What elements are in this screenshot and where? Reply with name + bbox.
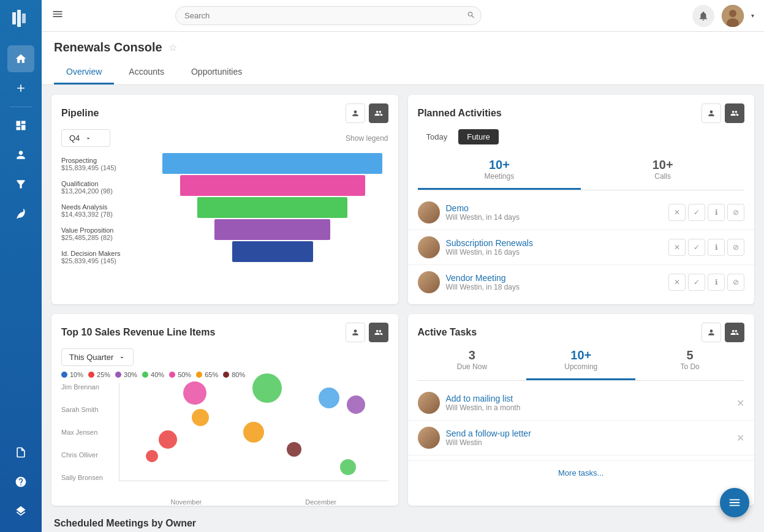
task-sub-followup: Will Westin — [446, 438, 731, 447]
show-legend-link[interactable]: Show legend — [346, 134, 388, 143]
top10-header: Top 10 Sales Revenue Line Items — [51, 314, 398, 348]
activity-ctrl-stop-sub[interactable]: ⊘ — [727, 239, 744, 256]
pipeline-quarter-value: Q4 — [69, 133, 80, 143]
top10-person-btn[interactable] — [346, 323, 365, 342]
activity-name-vendor[interactable]: Vendor Meeting — [446, 273, 663, 283]
fab-button[interactable] — [720, 488, 749, 517]
more-tasks-anchor[interactable]: More tasks... — [558, 468, 603, 478]
activity-ctrl-stop-demo[interactable]: ⊘ — [727, 204, 744, 221]
activity-name-demo[interactable]: Demo — [446, 203, 663, 213]
task-item-followup: Send a follow-up letter Will Westin ✕ — [408, 421, 755, 455]
content-area: Renewals Console ☆ Overview Accounts Opp… — [42, 32, 764, 532]
x-label-nov: November — [171, 498, 202, 506]
sidebar-item-documents[interactable] — [7, 439, 34, 466]
sidebar-item-filter[interactable] — [7, 171, 34, 198]
tasks-group-btn[interactable] — [725, 323, 744, 342]
activity-ctrl-stop-vendor[interactable]: ⊘ — [727, 274, 744, 291]
sidebar-item-contacts[interactable] — [7, 141, 34, 168]
planned-tab-today[interactable]: Today — [418, 129, 456, 144]
bubble-chart: Jim Brennan Sarah Smith Max Jensen Chris… — [51, 383, 398, 506]
task-name-mailing[interactable]: Add to mailing list — [446, 394, 731, 403]
legend-25pct: 25% — [88, 371, 110, 378]
task-ctrl-followup[interactable]: ✕ — [736, 432, 744, 444]
activity-ctrl-check-sub[interactable]: ✓ — [688, 239, 705, 256]
notification-button[interactable] — [692, 5, 714, 27]
tab-overview[interactable]: Overview — [54, 62, 114, 84]
pipeline-title: Pipeline — [61, 108, 99, 119]
planned-tabs: Today Future — [408, 129, 755, 152]
legend-30pct: 30% — [115, 371, 137, 378]
sidebar-item-layers[interactable] — [7, 498, 34, 525]
task-name-followup[interactable]: Send a follow-up letter — [446, 429, 731, 438]
funnel-bar-qualification — [157, 175, 388, 196]
activity-avatar-demo — [418, 201, 440, 223]
hamburger-menu-icon[interactable] — [51, 8, 64, 23]
top10-group-btn[interactable] — [369, 323, 388, 342]
activity-controls-vendor: ✕ ✓ ℹ ⊘ — [668, 274, 744, 291]
planned-person-btn[interactable] — [702, 103, 721, 123]
activity-ctrl-x-demo[interactable]: ✕ — [668, 204, 686, 221]
tab-opportunities[interactable]: Opportunities — [179, 62, 254, 84]
tasks-title: Active Tasks — [418, 327, 477, 338]
activity-ctrl-info-sub[interactable]: ℹ — [708, 239, 725, 256]
planned-stat-meetings[interactable]: 10+ Meetings — [418, 152, 581, 190]
page-tabs: Overview Accounts Opportunities — [54, 62, 752, 84]
funnel-chart — [157, 153, 388, 268]
bubble-1 — [183, 381, 206, 405]
sidebar-item-dashboard[interactable] — [7, 112, 34, 139]
activity-ctrl-info-vendor[interactable]: ℹ — [708, 274, 725, 291]
tasks-stat-upcoming[interactable]: 10+ Upcoming — [526, 342, 635, 380]
funnel-bar-prospecting — [157, 153, 388, 174]
pipeline-person-btn[interactable] — [346, 103, 365, 123]
legend-65pct: 65% — [196, 371, 218, 378]
tasks-due-number: 3 — [418, 348, 527, 362]
activity-info-vendor: Vendor Meeting Will Westin, in 18 days — [446, 273, 663, 291]
more-tasks-link[interactable]: More tasks... — [408, 460, 755, 484]
tab-accounts[interactable]: Accounts — [116, 62, 176, 84]
sidebar-item-home[interactable] — [7, 45, 34, 72]
sidebar-item-add[interactable] — [7, 75, 34, 102]
tasks-stat-due-now[interactable]: 3 Due Now — [418, 342, 527, 380]
svg-rect-1 — [17, 10, 21, 27]
tasks-upcoming-label: Upcoming — [526, 362, 635, 371]
bubble-9 — [146, 450, 158, 462]
y-label-4: Chris Olliver — [61, 451, 103, 459]
activity-ctrl-check-vendor[interactable]: ✓ — [688, 274, 705, 291]
tasks-stat-todo[interactable]: 5 To Do — [635, 342, 744, 380]
tasks-actions — [702, 323, 744, 342]
tasks-person-btn[interactable] — [702, 323, 721, 342]
task-info-followup: Send a follow-up letter Will Westin — [446, 429, 731, 447]
avatar-image — [722, 5, 744, 27]
planned-group-btn[interactable] — [725, 103, 744, 123]
sidebar-item-plant[interactable] — [7, 200, 34, 227]
task-ctrl-mailing[interactable]: ✕ — [736, 397, 744, 409]
search-bar — [175, 6, 482, 25]
pipeline-group-btn[interactable] — [369, 103, 388, 123]
avatar[interactable] — [722, 5, 744, 27]
pipeline-card-actions — [346, 103, 388, 123]
activity-sub-subscription: Will Westin, in 16 days — [446, 248, 663, 257]
activity-ctrl-info-demo[interactable]: ℹ — [708, 204, 725, 221]
favorite-star-icon[interactable]: ☆ — [168, 42, 177, 53]
planned-tab-future[interactable]: Future — [458, 129, 499, 144]
activity-name-subscription[interactable]: Subscription Renewals — [446, 238, 663, 248]
bubble-2 — [252, 373, 282, 403]
activity-ctrl-x-sub[interactable]: ✕ — [668, 239, 686, 256]
activity-ctrl-x-vendor[interactable]: ✕ — [668, 274, 686, 291]
y-label-2: Sarah Smith — [61, 406, 103, 413]
dashboard-grid: Pipeline Q4 Show lege — [42, 85, 764, 532]
activity-info-subscription: Subscription Renewals Will Westin, in 16… — [446, 238, 663, 257]
bubble-y-labels: Jim Brennan Sarah Smith Max Jensen Chris… — [61, 383, 103, 481]
planned-stat-calls[interactable]: 10+ Calls — [581, 152, 744, 190]
bubble-4 — [347, 395, 365, 414]
search-input[interactable] — [175, 6, 482, 25]
pipeline-quarter-dropdown[interactable]: Q4 — [61, 129, 110, 147]
avatar-chevron-icon[interactable]: ▾ — [751, 12, 754, 19]
activity-ctrl-check-demo[interactable]: ✓ — [688, 204, 705, 221]
x-labels: November December — [119, 498, 388, 506]
page-title-row: Renewals Console ☆ — [54, 40, 752, 54]
topbar-right: ▾ — [692, 5, 754, 27]
sidebar-item-help[interactable] — [7, 468, 34, 495]
top10-quarter-dropdown[interactable]: This Quarter — [61, 348, 134, 366]
funnel-bar-decision — [157, 241, 388, 262]
